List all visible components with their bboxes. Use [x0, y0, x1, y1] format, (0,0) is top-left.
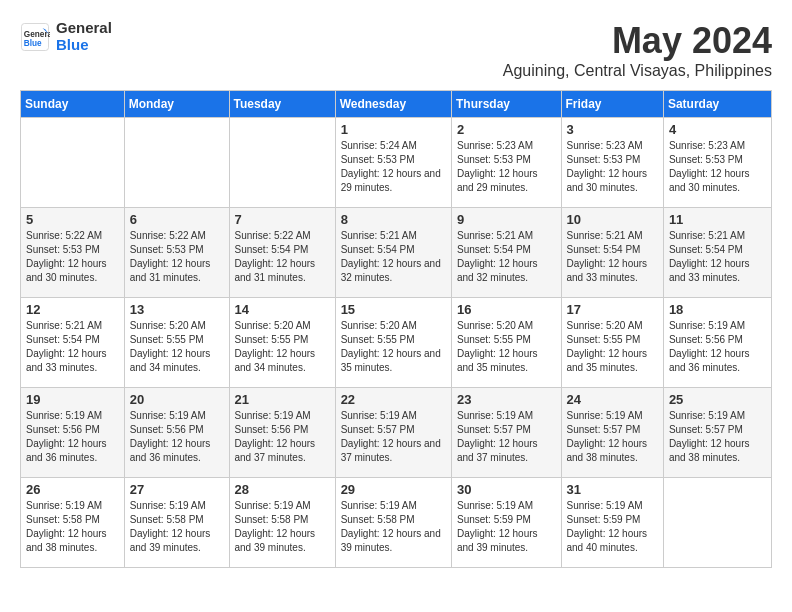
day-info: Sunrise: 5:19 AMSunset: 5:56 PMDaylight:…	[669, 319, 766, 375]
day-number: 25	[669, 392, 766, 407]
weekday-header: Sunday	[21, 91, 125, 118]
day-info: Sunrise: 5:20 AMSunset: 5:55 PMDaylight:…	[457, 319, 556, 375]
calendar-cell: 2Sunrise: 5:23 AMSunset: 5:53 PMDaylight…	[451, 118, 561, 208]
day-info: Sunrise: 5:22 AMSunset: 5:53 PMDaylight:…	[130, 229, 224, 285]
day-info: Sunrise: 5:19 AMSunset: 5:57 PMDaylight:…	[669, 409, 766, 465]
day-info: Sunrise: 5:20 AMSunset: 5:55 PMDaylight:…	[235, 319, 330, 375]
calendar-cell: 5Sunrise: 5:22 AMSunset: 5:53 PMDaylight…	[21, 208, 125, 298]
day-number: 7	[235, 212, 330, 227]
weekday-header: Saturday	[663, 91, 771, 118]
logo-blue-text: Blue	[56, 37, 112, 54]
day-info: Sunrise: 5:23 AMSunset: 5:53 PMDaylight:…	[669, 139, 766, 195]
month-title: May 2024	[503, 20, 772, 62]
calendar-cell	[124, 118, 229, 208]
calendar-cell: 23Sunrise: 5:19 AMSunset: 5:57 PMDayligh…	[451, 388, 561, 478]
calendar-cell: 15Sunrise: 5:20 AMSunset: 5:55 PMDayligh…	[335, 298, 451, 388]
day-info: Sunrise: 5:23 AMSunset: 5:53 PMDaylight:…	[457, 139, 556, 195]
day-number: 17	[567, 302, 658, 317]
header: General Blue General Blue May 2024 Aguin…	[20, 20, 772, 80]
title-section: May 2024 Aguining, Central Visayas, Phil…	[503, 20, 772, 80]
day-number: 11	[669, 212, 766, 227]
calendar-cell: 12Sunrise: 5:21 AMSunset: 5:54 PMDayligh…	[21, 298, 125, 388]
calendar-cell: 4Sunrise: 5:23 AMSunset: 5:53 PMDaylight…	[663, 118, 771, 208]
day-number: 8	[341, 212, 446, 227]
day-info: Sunrise: 5:21 AMSunset: 5:54 PMDaylight:…	[457, 229, 556, 285]
day-info: Sunrise: 5:19 AMSunset: 5:56 PMDaylight:…	[26, 409, 119, 465]
day-number: 13	[130, 302, 224, 317]
day-number: 6	[130, 212, 224, 227]
day-number: 9	[457, 212, 556, 227]
day-info: Sunrise: 5:19 AMSunset: 5:58 PMDaylight:…	[26, 499, 119, 555]
calendar-week-row: 12Sunrise: 5:21 AMSunset: 5:54 PMDayligh…	[21, 298, 772, 388]
day-number: 19	[26, 392, 119, 407]
day-number: 24	[567, 392, 658, 407]
day-info: Sunrise: 5:21 AMSunset: 5:54 PMDaylight:…	[341, 229, 446, 285]
calendar-cell: 20Sunrise: 5:19 AMSunset: 5:56 PMDayligh…	[124, 388, 229, 478]
day-info: Sunrise: 5:19 AMSunset: 5:57 PMDaylight:…	[341, 409, 446, 465]
day-info: Sunrise: 5:22 AMSunset: 5:53 PMDaylight:…	[26, 229, 119, 285]
day-info: Sunrise: 5:19 AMSunset: 5:58 PMDaylight:…	[130, 499, 224, 555]
day-number: 18	[669, 302, 766, 317]
day-number: 2	[457, 122, 556, 137]
weekday-header: Friday	[561, 91, 663, 118]
calendar-week-row: 1Sunrise: 5:24 AMSunset: 5:53 PMDaylight…	[21, 118, 772, 208]
weekday-header-row: SundayMondayTuesdayWednesdayThursdayFrid…	[21, 91, 772, 118]
day-info: Sunrise: 5:20 AMSunset: 5:55 PMDaylight:…	[341, 319, 446, 375]
day-number: 4	[669, 122, 766, 137]
location-title: Aguining, Central Visayas, Philippines	[503, 62, 772, 80]
calendar-cell: 8Sunrise: 5:21 AMSunset: 5:54 PMDaylight…	[335, 208, 451, 298]
day-number: 21	[235, 392, 330, 407]
weekday-header: Wednesday	[335, 91, 451, 118]
day-info: Sunrise: 5:22 AMSunset: 5:54 PMDaylight:…	[235, 229, 330, 285]
day-number: 20	[130, 392, 224, 407]
logo: General Blue General Blue	[20, 20, 112, 53]
calendar-cell: 13Sunrise: 5:20 AMSunset: 5:55 PMDayligh…	[124, 298, 229, 388]
calendar-cell: 19Sunrise: 5:19 AMSunset: 5:56 PMDayligh…	[21, 388, 125, 478]
day-info: Sunrise: 5:19 AMSunset: 5:59 PMDaylight:…	[567, 499, 658, 555]
day-number: 31	[567, 482, 658, 497]
day-info: Sunrise: 5:21 AMSunset: 5:54 PMDaylight:…	[26, 319, 119, 375]
calendar-cell: 27Sunrise: 5:19 AMSunset: 5:58 PMDayligh…	[124, 478, 229, 568]
weekday-header: Tuesday	[229, 91, 335, 118]
day-number: 12	[26, 302, 119, 317]
calendar-cell: 11Sunrise: 5:21 AMSunset: 5:54 PMDayligh…	[663, 208, 771, 298]
calendar-cell: 24Sunrise: 5:19 AMSunset: 5:57 PMDayligh…	[561, 388, 663, 478]
day-number: 3	[567, 122, 658, 137]
day-info: Sunrise: 5:20 AMSunset: 5:55 PMDaylight:…	[567, 319, 658, 375]
day-number: 1	[341, 122, 446, 137]
day-number: 22	[341, 392, 446, 407]
calendar-cell: 18Sunrise: 5:19 AMSunset: 5:56 PMDayligh…	[663, 298, 771, 388]
calendar-table: SundayMondayTuesdayWednesdayThursdayFrid…	[20, 90, 772, 568]
day-number: 10	[567, 212, 658, 227]
weekday-header: Monday	[124, 91, 229, 118]
day-number: 30	[457, 482, 556, 497]
calendar-cell: 21Sunrise: 5:19 AMSunset: 5:56 PMDayligh…	[229, 388, 335, 478]
day-info: Sunrise: 5:19 AMSunset: 5:57 PMDaylight:…	[567, 409, 658, 465]
calendar-cell: 22Sunrise: 5:19 AMSunset: 5:57 PMDayligh…	[335, 388, 451, 478]
day-info: Sunrise: 5:24 AMSunset: 5:53 PMDaylight:…	[341, 139, 446, 195]
calendar-cell: 14Sunrise: 5:20 AMSunset: 5:55 PMDayligh…	[229, 298, 335, 388]
calendar-cell: 30Sunrise: 5:19 AMSunset: 5:59 PMDayligh…	[451, 478, 561, 568]
day-number: 14	[235, 302, 330, 317]
logo-icon: General Blue	[20, 22, 50, 52]
calendar-cell	[663, 478, 771, 568]
calendar-cell: 17Sunrise: 5:20 AMSunset: 5:55 PMDayligh…	[561, 298, 663, 388]
day-info: Sunrise: 5:19 AMSunset: 5:59 PMDaylight:…	[457, 499, 556, 555]
day-number: 23	[457, 392, 556, 407]
day-number: 28	[235, 482, 330, 497]
day-number: 15	[341, 302, 446, 317]
svg-text:Blue: Blue	[24, 39, 42, 48]
calendar-cell: 26Sunrise: 5:19 AMSunset: 5:58 PMDayligh…	[21, 478, 125, 568]
calendar-cell: 10Sunrise: 5:21 AMSunset: 5:54 PMDayligh…	[561, 208, 663, 298]
calendar-week-row: 5Sunrise: 5:22 AMSunset: 5:53 PMDaylight…	[21, 208, 772, 298]
day-info: Sunrise: 5:19 AMSunset: 5:58 PMDaylight:…	[341, 499, 446, 555]
calendar-cell: 16Sunrise: 5:20 AMSunset: 5:55 PMDayligh…	[451, 298, 561, 388]
calendar-cell: 25Sunrise: 5:19 AMSunset: 5:57 PMDayligh…	[663, 388, 771, 478]
day-info: Sunrise: 5:20 AMSunset: 5:55 PMDaylight:…	[130, 319, 224, 375]
day-info: Sunrise: 5:19 AMSunset: 5:58 PMDaylight:…	[235, 499, 330, 555]
day-number: 27	[130, 482, 224, 497]
day-number: 16	[457, 302, 556, 317]
logo-general-text: General	[56, 20, 112, 37]
day-info: Sunrise: 5:19 AMSunset: 5:57 PMDaylight:…	[457, 409, 556, 465]
day-info: Sunrise: 5:21 AMSunset: 5:54 PMDaylight:…	[669, 229, 766, 285]
